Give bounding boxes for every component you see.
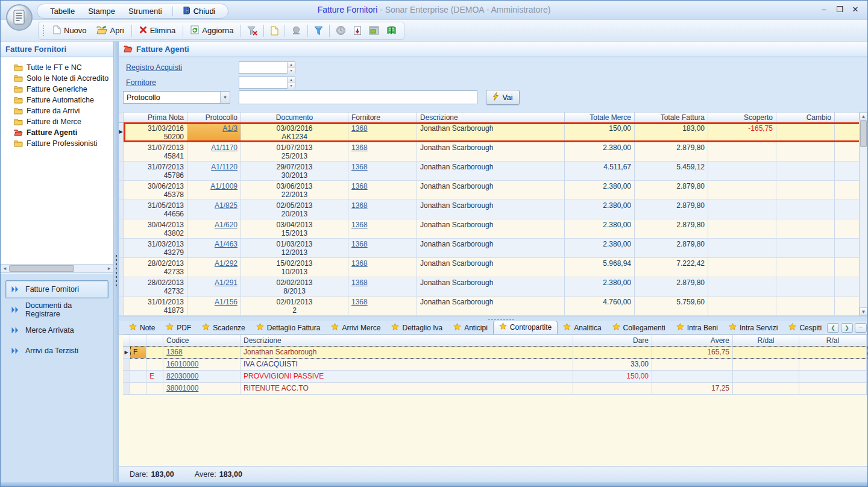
horizontal-splitter[interactable] — [119, 316, 867, 321]
registro-acquisti-input[interactable] — [239, 62, 287, 73]
detail-column-dare[interactable]: Dare — [573, 335, 652, 347]
protocollo-link[interactable]: A1/1170 — [211, 143, 237, 152]
detail-column-avere[interactable]: Avere — [652, 335, 733, 347]
nav-item-merce-arrivata[interactable]: Merce Arrivata — [5, 321, 108, 339]
filter-button[interactable] — [310, 24, 327, 38]
protocollo-link[interactable]: A1/291 — [215, 278, 237, 287]
spin-up-icon[interactable]: ▲ — [288, 77, 295, 83]
fornitore-link[interactable]: Fornitore — [126, 78, 156, 87]
tab-pdf[interactable]: PDF — [160, 322, 197, 334]
clock-button[interactable] — [332, 23, 350, 38]
protocollo-link[interactable]: A1/3 — [222, 124, 237, 133]
contropartita-row[interactable]: 16010000IVA C/ACQUISTI33,00 — [123, 359, 867, 371]
detail-column-descrizione[interactable]: Descrizione — [241, 335, 573, 347]
scroll-down-icon[interactable]: ▼ — [860, 307, 867, 316]
fornitore-link[interactable]: 1368 — [351, 182, 368, 190]
column-header-totale-merce[interactable]: Totale Merce — [565, 112, 635, 123]
grid-vscrollbar[interactable]: ▲ ▼ — [859, 112, 867, 316]
column-header-documento[interactable]: Documento — [241, 112, 348, 123]
fornitore-link[interactable]: 1368 — [351, 163, 368, 171]
search-field-combo[interactable]: Protocollo ▼ — [123, 91, 230, 104]
spin-up-icon[interactable]: ▲ — [288, 62, 295, 68]
close-button[interactable]: ✕ — [849, 4, 861, 15]
protocollo-link[interactable]: A1/463 — [215, 240, 237, 248]
spin-down-icon[interactable]: ▼ — [288, 68, 295, 74]
search-input[interactable] — [239, 91, 477, 104]
column-header-fornitore[interactable]: Fornitore — [348, 112, 417, 123]
scroll-left-icon[interactable]: ◂ — [1, 265, 9, 272]
invoice-row[interactable]: 31/05/201344656A1/82502/05/201320/201313… — [119, 200, 867, 219]
detail-column-r-dal[interactable]: R/dal — [733, 335, 799, 347]
toolbar-grip[interactable] — [42, 25, 45, 37]
tab-arrivi-merce[interactable]: Arrivi Merce — [326, 322, 386, 334]
maximize-button[interactable]: ❒ — [834, 4, 846, 15]
tab-scadenze[interactable]: Scadenze — [197, 322, 250, 334]
codice-link[interactable]: 1368 — [166, 348, 183, 356]
tabs-list-button[interactable]: ﹀ — [855, 323, 867, 333]
sidebar-item-solo-le-note-di-accredito[interactable]: Solo le Note di Accredito — [14, 73, 113, 84]
blank-document-button[interactable] — [266, 24, 282, 38]
invoice-row[interactable]: 31/01/201341873A1/15602/01/201321368Jona… — [119, 297, 867, 316]
column-header-totale-fattura[interactable]: Totale Fattura — [635, 112, 708, 123]
nuovo-button[interactable]: Nuovo — [48, 23, 92, 39]
clear-filter-button[interactable] — [244, 24, 261, 38]
invoice-row[interactable]: 28/02/201342732A1/29102/02/20138/2013136… — [119, 277, 867, 297]
elimina-button[interactable]: Elimina — [134, 24, 181, 38]
tab-dettaglio-iva[interactable]: Dettaglio Iva — [386, 322, 448, 334]
nav-item-arrivi-da-terzisti[interactable]: Arrivi da Terzisti — [5, 342, 108, 360]
contropartita-row[interactable]: ▶F1368Jonathan Scarborough165,75 — [123, 347, 867, 359]
tab-contropartite[interactable]: Contropartite — [493, 321, 558, 334]
fornitore-link[interactable]: 1368 — [351, 298, 368, 306]
scrollbar-thumb[interactable] — [9, 265, 74, 272]
invoice-row[interactable]: ▶31/03/201650200A1/303/03/2016AK12341368… — [119, 123, 867, 142]
export-document-button[interactable] — [350, 24, 365, 38]
chevron-down-icon[interactable]: ▼ — [220, 92, 230, 103]
column-header-descrizione[interactable]: Descrizione — [417, 112, 565, 123]
nav-item-fatture-fornitori[interactable]: Fatture Fornitori — [5, 280, 108, 298]
protocollo-link[interactable]: A1/1009 — [210, 182, 237, 190]
column-header-scoperto[interactable]: Scoperto — [708, 112, 776, 123]
fornitore-input[interactable] — [239, 77, 287, 88]
invoice-row[interactable]: 31/07/201345841A1/117001/07/201325/20131… — [119, 142, 867, 162]
aggiorna-button[interactable]: Aggiorna — [186, 23, 238, 39]
ledger-book-button[interactable] — [383, 24, 400, 37]
fornitore-link[interactable]: 1368 — [351, 278, 368, 287]
scrollbar-thumb[interactable] — [860, 121, 867, 147]
sidebar-item-fatture-generiche[interactable]: Fatture Generiche — [14, 84, 113, 95]
sidebar-item-fatture-di-merce[interactable]: Fatture di Merce — [14, 116, 113, 127]
apri-button[interactable]: Apri — [92, 23, 129, 39]
protocollo-link[interactable]: A1/1120 — [211, 163, 237, 171]
invoice-row[interactable]: 31/03/201343279A1/46301/03/201312/201313… — [119, 239, 867, 258]
tab-cespiti[interactable]: Cespiti — [783, 322, 827, 334]
invoice-row[interactable]: 28/02/201342733A1/29215/02/201310/201313… — [119, 258, 867, 277]
codice-link[interactable]: 82030000 — [166, 372, 198, 380]
sidebar-item-fatture-da-arrivi[interactable]: Fatture da Arrivi — [14, 105, 113, 116]
nav-item-documenti-da-registrare[interactable]: Documenti da Registrare — [5, 301, 108, 319]
fornitore-link[interactable]: 1368 — [351, 259, 368, 268]
protocollo-link[interactable]: A1/825 — [215, 201, 237, 210]
vai-button[interactable]: Vai — [486, 90, 520, 105]
contropartita-row[interactable]: E82030000PROVVIGIONI PASSIVE150,00 — [123, 371, 867, 383]
minimize-button[interactable]: – — [818, 4, 830, 15]
detail-column-codice[interactable]: Codice — [163, 335, 241, 347]
fornitore-link[interactable]: 1368 — [351, 221, 368, 229]
tabs-scroll-left-button[interactable]: ❮ — [827, 323, 839, 333]
stamp-button[interactable] — [288, 24, 305, 37]
tab-note[interactable]: Note — [124, 322, 160, 334]
protocollo-link[interactable]: A1/156 — [215, 298, 237, 306]
sidebar-item-tutte-le-ft-e-nc[interactable]: Tutte le FT e NC — [14, 62, 113, 73]
tab-intra-servizi[interactable]: Intra Servizi — [723, 322, 783, 334]
invoice-row[interactable]: 30/06/201345378A1/100903/06/201322/20131… — [119, 181, 867, 200]
tab-anticipi[interactable]: Anticipi — [448, 322, 493, 334]
sidebar-item-fatture-professionisti[interactable]: Fatture Professionisti — [14, 138, 113, 149]
tab-analitica[interactable]: Analitica — [558, 322, 606, 334]
codice-link[interactable]: 38001000 — [166, 384, 198, 392]
tab-dettaglio-fattura[interactable]: Dettaglio Fattura — [251, 322, 326, 334]
vertical-splitter[interactable] — [114, 42, 119, 482]
column-header-marker[interactable] — [119, 112, 124, 123]
fornitore-link[interactable]: 1368 — [351, 201, 368, 210]
invoice-row[interactable]: 31/07/201345786A1/112029/07/201330/20131… — [119, 162, 867, 181]
scroll-right-icon[interactable]: ▸ — [105, 265, 113, 272]
column-header-prima-nota[interactable]: Prima Nota — [124, 112, 187, 123]
tabs-scroll-right-button[interactable]: ❯ — [841, 323, 853, 333]
